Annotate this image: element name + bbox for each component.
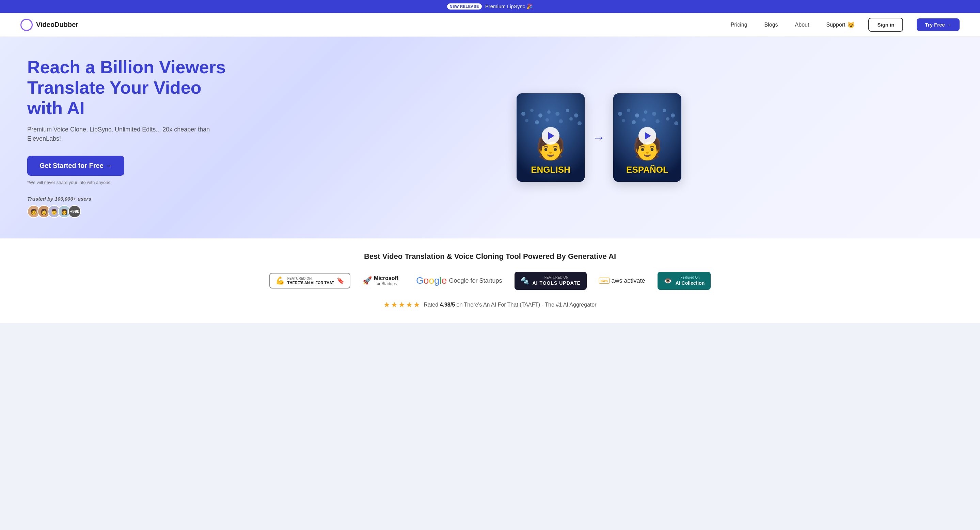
- badges-row: 💪 FEATURED ON THERE'S AN AI FOR THAT 🔖 🚀…: [21, 271, 959, 290]
- rating-stars: ★★★★★: [383, 301, 421, 309]
- svg-point-20: [663, 109, 666, 112]
- trusted-section: Trusted by 100,000+ users 🧑 👩 👨 👩 +99k: [27, 196, 232, 218]
- svg-point-9: [535, 120, 539, 124]
- taaft-text: FEATURED ON THERE'S AN AI FOR THAT: [287, 276, 334, 285]
- navbar: VideoDubber Pricing Blogs About Support …: [0, 13, 980, 37]
- aicol-icon: 👁️: [663, 277, 672, 285]
- nav-blogs[interactable]: Blogs: [764, 22, 778, 28]
- svg-point-22: [622, 119, 625, 122]
- svg-point-11: [559, 119, 563, 123]
- google-for-startups-text: Google for Startups: [449, 277, 502, 285]
- hero-content: Reach a Billion Viewers Translate Your V…: [27, 57, 232, 218]
- svg-point-18: [644, 110, 648, 114]
- badge-aicollection: 👁️ Featured On AI Collection: [657, 272, 711, 290]
- aitools-text: FEATURED ON AI TOOLS UPDATE: [533, 275, 581, 287]
- best-tool-text: Best Video Translation & Voice Cloning T…: [21, 252, 959, 261]
- svg-point-23: [632, 120, 636, 124]
- nav-support-label: Support: [826, 22, 845, 28]
- nav-pricing[interactable]: Pricing: [731, 22, 748, 28]
- top-banner: NEW RELEASE Premium LipSync 🎉: [0, 0, 980, 13]
- hero-videos: 🧑 ENGLISH →: [232, 93, 953, 182]
- ms-top: 🚀 Microsoft for Startups: [363, 275, 398, 286]
- new-release-badge: NEW RELEASE: [447, 3, 482, 10]
- svg-point-17: [635, 113, 639, 118]
- hero-title: Reach a Billion Viewers Translate Your V…: [27, 57, 232, 118]
- bottom-section: Best Video Translation & Voice Cloning T…: [0, 239, 980, 323]
- video-label-english: ENGLISH: [531, 164, 570, 175]
- get-started-button[interactable]: Get Started for Free →: [27, 156, 124, 176]
- svg-point-8: [525, 119, 528, 122]
- avatar-plus: +99k: [68, 205, 81, 218]
- privacy-note: *We will never share your info with anyo…: [27, 180, 232, 185]
- svg-point-26: [666, 117, 670, 121]
- badge-taaft: 💪 FEATURED ON THERE'S AN AI FOR THAT 🔖: [269, 273, 350, 288]
- logo-link[interactable]: VideoDubber: [21, 19, 78, 31]
- logo-icon: [21, 19, 33, 31]
- aicol-text: Featured On AI Collection: [676, 275, 705, 287]
- rating-value: 4.98/5: [440, 302, 455, 307]
- arrow-between: →: [593, 131, 605, 145]
- rocket-icon: 🚀: [363, 276, 372, 285]
- play-button-espanol[interactable]: [638, 127, 656, 145]
- svg-point-21: [671, 113, 675, 118]
- nav-support[interactable]: Support 😺: [826, 21, 855, 29]
- video-card-espanol[interactable]: 🧑 ESPAÑOL: [613, 93, 681, 182]
- video-placeholder-espanol: 🧑 ESPAÑOL: [613, 93, 681, 182]
- signin-button[interactable]: Sign in: [868, 18, 903, 32]
- video-label-espanol: ESPAÑOL: [626, 164, 668, 175]
- hero-subtitle: Premium Voice Clone, LipSync, Unlimited …: [27, 125, 232, 143]
- aws-logo: aws: [599, 278, 609, 284]
- svg-point-15: [618, 112, 622, 116]
- badge-google: Google Google for Startups: [410, 271, 508, 290]
- tryfree-button[interactable]: Try Free →: [917, 18, 959, 31]
- aitools-icon: 🔩: [521, 277, 529, 285]
- hero-section: Reach a Billion Viewers Translate Your V…: [0, 37, 980, 239]
- svg-point-1: [521, 112, 525, 116]
- rating-row: ★★★★★ Rated 4.98/5 on There's An AI For …: [21, 301, 959, 309]
- svg-point-3: [538, 113, 542, 118]
- svg-point-10: [546, 118, 549, 122]
- aws-text: aws activate: [612, 277, 645, 285]
- bookmark-icon: 🔖: [337, 277, 344, 285]
- badge-microsoft: 🚀 Microsoft for Startups: [357, 272, 404, 289]
- badge-aitools: 🔩 FEATURED ON AI TOOLS UPDATE: [514, 272, 587, 290]
- nav-about[interactable]: About: [795, 22, 810, 28]
- rating-text: Rated 4.98/5 on There's An AI For That (…: [423, 302, 596, 308]
- avatars: 🧑 👩 👨 👩 +99k: [27, 205, 232, 218]
- svg-point-7: [574, 113, 578, 118]
- svg-point-27: [674, 121, 678, 125]
- trusted-text: Trusted by 100,000+ users: [27, 196, 232, 202]
- logo-text: VideoDubber: [36, 21, 78, 29]
- svg-point-2: [530, 109, 534, 112]
- video-placeholder-english: 🧑 ENGLISH: [517, 93, 585, 182]
- svg-point-4: [547, 110, 550, 114]
- svg-point-25: [655, 119, 660, 123]
- svg-point-6: [566, 109, 570, 112]
- taaft-icon: 💪: [275, 276, 285, 285]
- svg-point-24: [642, 118, 646, 122]
- badge-aws: aws aws activate: [593, 275, 651, 287]
- svg-point-5: [555, 112, 560, 116]
- video-card-english[interactable]: 🧑 ENGLISH: [517, 93, 585, 182]
- play-button-english[interactable]: [542, 127, 560, 145]
- ms-brand: Microsoft for Startups: [374, 275, 398, 286]
- google-logo: Google: [416, 275, 447, 286]
- discord-icon: 😺: [847, 21, 855, 29]
- nav-links: Pricing Blogs About Support 😺: [731, 21, 855, 29]
- svg-point-16: [627, 109, 630, 112]
- svg-point-12: [570, 117, 573, 121]
- rating-suffix: on There's An AI For That (TAAFT) - The …: [457, 302, 597, 307]
- svg-point-13: [578, 121, 582, 125]
- svg-point-19: [652, 112, 656, 116]
- banner-text: Premium LipSync 🎉: [485, 3, 533, 10]
